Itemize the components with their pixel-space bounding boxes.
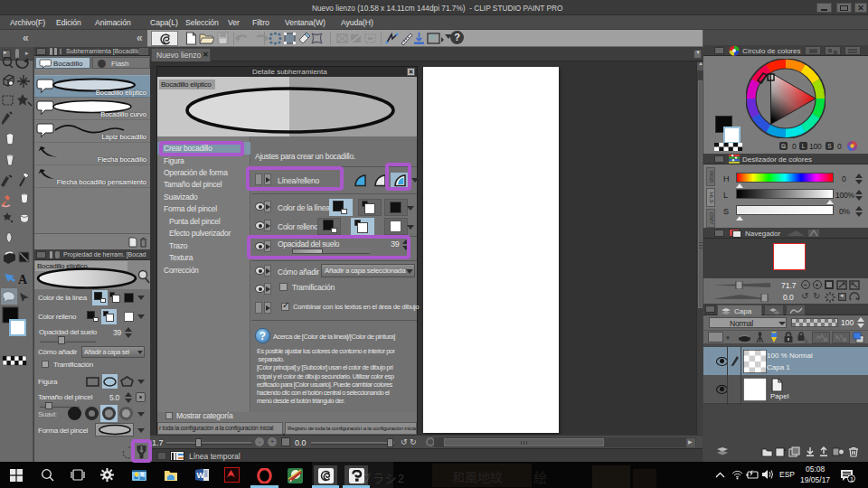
svg-text:W: W <box>197 471 205 480</box>
svg-text:A: A <box>18 273 28 286</box>
svg-text:1: 1 <box>850 475 854 483</box>
